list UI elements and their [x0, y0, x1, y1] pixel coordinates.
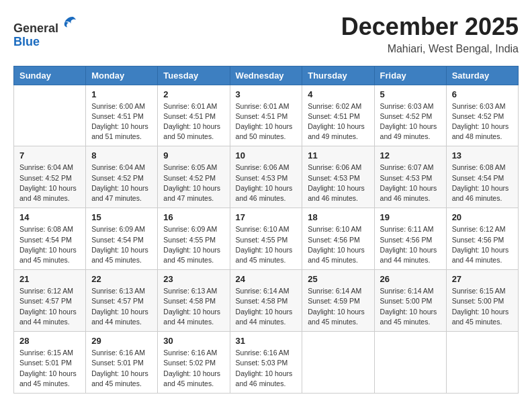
calendar-cell: 27Sunrise: 6:15 AMSunset: 5:00 PMDayligh…: [446, 270, 518, 332]
day-number: 11: [308, 150, 368, 161]
day-number: 4: [308, 89, 368, 99]
calendar-week-4: 21Sunrise: 6:12 AMSunset: 4:57 PMDayligh…: [14, 270, 519, 332]
calendar-cell: 24Sunrise: 6:14 AMSunset: 4:58 PMDayligh…: [230, 270, 302, 332]
day-info: Sunrise: 6:06 AMSunset: 4:53 PMDaylight:…: [308, 163, 368, 203]
day-number: 25: [308, 274, 368, 284]
day-number: 26: [380, 274, 441, 284]
logo-bird-icon: [60, 13, 79, 32]
day-number: 22: [91, 274, 152, 284]
logo: General Blue: [13, 13, 79, 49]
calendar-cell: [446, 332, 518, 394]
day-info: Sunrise: 6:02 AMSunset: 4:51 PMDaylight:…: [308, 101, 368, 142]
day-number: 28: [19, 336, 80, 346]
calendar-cell: 16Sunrise: 6:09 AMSunset: 4:55 PMDayligh…: [158, 208, 230, 270]
day-number: 10: [236, 150, 297, 161]
day-info: Sunrise: 6:10 AMSunset: 4:55 PMDaylight:…: [236, 224, 297, 265]
calendar-cell: 25Sunrise: 6:14 AMSunset: 4:59 PMDayligh…: [302, 270, 374, 332]
month-title: December 2025: [341, 13, 519, 40]
day-info: Sunrise: 6:13 AMSunset: 4:57 PMDaylight:…: [91, 286, 152, 327]
day-info: Sunrise: 6:14 AMSunset: 4:58 PMDaylight:…: [236, 286, 297, 327]
day-number: 15: [91, 212, 152, 222]
day-info: Sunrise: 6:04 AMSunset: 4:52 PMDaylight:…: [19, 163, 80, 203]
day-info: Sunrise: 6:00 AMSunset: 4:51 PMDaylight:…: [91, 101, 152, 142]
calendar-cell: 23Sunrise: 6:13 AMSunset: 4:58 PMDayligh…: [158, 270, 230, 332]
calendar-cell: 18Sunrise: 6:10 AMSunset: 4:56 PMDayligh…: [302, 208, 374, 270]
day-info: Sunrise: 6:07 AMSunset: 4:53 PMDaylight:…: [380, 163, 441, 203]
calendar-cell: 15Sunrise: 6:09 AMSunset: 4:54 PMDayligh…: [86, 208, 158, 270]
header-friday: Friday: [374, 66, 446, 85]
calendar-cell: 13Sunrise: 6:08 AMSunset: 4:54 PMDayligh…: [446, 146, 518, 208]
calendar-cell: 2Sunrise: 6:01 AMSunset: 4:51 PMDaylight…: [158, 85, 230, 146]
day-number: 6: [452, 89, 513, 99]
calendar-cell: [14, 85, 86, 146]
day-number: 30: [163, 336, 224, 346]
header-monday: Monday: [86, 66, 158, 85]
calendar-cell: 10Sunrise: 6:06 AMSunset: 4:53 PMDayligh…: [230, 146, 302, 208]
day-info: Sunrise: 6:14 AMSunset: 4:59 PMDaylight:…: [308, 286, 368, 327]
calendar-cell: 19Sunrise: 6:11 AMSunset: 4:56 PMDayligh…: [374, 208, 446, 270]
day-number: 13: [452, 150, 513, 161]
day-number: 7: [19, 150, 80, 161]
calendar-cell: 3Sunrise: 6:01 AMSunset: 4:51 PMDaylight…: [230, 85, 302, 146]
day-number: 19: [380, 212, 441, 222]
day-number: 9: [163, 150, 224, 161]
calendar-week-2: 7Sunrise: 6:04 AMSunset: 4:52 PMDaylight…: [14, 146, 519, 208]
day-number: 20: [452, 212, 513, 222]
day-info: Sunrise: 6:10 AMSunset: 4:56 PMDaylight:…: [308, 224, 368, 265]
calendar-cell: 20Sunrise: 6:12 AMSunset: 4:56 PMDayligh…: [446, 208, 518, 270]
calendar-header-row: SundayMondayTuesdayWednesdayThursdayFrid…: [14, 66, 519, 85]
day-info: Sunrise: 6:09 AMSunset: 4:54 PMDaylight:…: [91, 224, 152, 265]
day-info: Sunrise: 6:14 AMSunset: 5:00 PMDaylight:…: [380, 286, 441, 327]
calendar-cell: 5Sunrise: 6:03 AMSunset: 4:52 PMDaylight…: [374, 85, 446, 146]
calendar-week-1: 1Sunrise: 6:00 AMSunset: 4:51 PMDaylight…: [14, 85, 519, 146]
day-info: Sunrise: 6:01 AMSunset: 4:51 PMDaylight:…: [236, 101, 297, 142]
day-info: Sunrise: 6:03 AMSunset: 4:52 PMDaylight:…: [452, 101, 513, 142]
day-number: 1: [91, 89, 152, 99]
calendar-cell: 6Sunrise: 6:03 AMSunset: 4:52 PMDaylight…: [446, 85, 518, 146]
day-info: Sunrise: 6:15 AMSunset: 5:01 PMDaylight:…: [19, 348, 80, 389]
calendar-week-3: 14Sunrise: 6:08 AMSunset: 4:54 PMDayligh…: [14, 208, 519, 270]
day-number: 3: [236, 89, 297, 99]
day-number: 21: [19, 274, 80, 284]
day-number: 23: [163, 274, 224, 284]
calendar-cell: 28Sunrise: 6:15 AMSunset: 5:01 PMDayligh…: [14, 332, 86, 394]
day-number: 8: [91, 150, 152, 161]
day-info: Sunrise: 6:03 AMSunset: 4:52 PMDaylight:…: [380, 101, 441, 142]
day-info: Sunrise: 6:06 AMSunset: 4:53 PMDaylight:…: [236, 163, 297, 203]
header-sunday: Sunday: [14, 66, 86, 85]
day-number: 2: [163, 89, 224, 99]
day-number: 31: [236, 336, 297, 346]
calendar-cell: 7Sunrise: 6:04 AMSunset: 4:52 PMDaylight…: [14, 146, 86, 208]
day-number: 24: [236, 274, 297, 284]
day-info: Sunrise: 6:05 AMSunset: 4:52 PMDaylight:…: [163, 163, 224, 203]
calendar-cell: 29Sunrise: 6:16 AMSunset: 5:01 PMDayligh…: [86, 332, 158, 394]
calendar-cell: [374, 332, 446, 394]
logo-general-text: General: [13, 21, 58, 35]
day-info: Sunrise: 6:12 AMSunset: 4:57 PMDaylight:…: [19, 286, 80, 327]
logo-blue-text: Blue: [13, 35, 40, 48]
title-block: December 2025 Mahiari, West Bengal, Indi…: [341, 13, 519, 55]
day-info: Sunrise: 6:16 AMSunset: 5:02 PMDaylight:…: [163, 348, 224, 389]
header-wednesday: Wednesday: [230, 66, 302, 85]
day-number: 17: [236, 212, 297, 222]
calendar-week-5: 28Sunrise: 6:15 AMSunset: 5:01 PMDayligh…: [14, 332, 519, 394]
header-saturday: Saturday: [446, 66, 518, 85]
location: Mahiari, West Bengal, India: [341, 43, 519, 55]
page-header: General Blue December 2025 Mahiari, West…: [13, 13, 519, 55]
day-info: Sunrise: 6:12 AMSunset: 4:56 PMDaylight:…: [452, 224, 513, 265]
calendar-cell: 21Sunrise: 6:12 AMSunset: 4:57 PMDayligh…: [14, 270, 86, 332]
calendar-cell: 14Sunrise: 6:08 AMSunset: 4:54 PMDayligh…: [14, 208, 86, 270]
calendar-cell: 1Sunrise: 6:00 AMSunset: 4:51 PMDaylight…: [86, 85, 158, 146]
calendar-cell: 8Sunrise: 6:04 AMSunset: 4:52 PMDaylight…: [86, 146, 158, 208]
day-number: 16: [163, 212, 224, 222]
day-number: 12: [380, 150, 441, 161]
calendar-cell: 9Sunrise: 6:05 AMSunset: 4:52 PMDaylight…: [158, 146, 230, 208]
day-number: 18: [308, 212, 368, 222]
day-info: Sunrise: 6:09 AMSunset: 4:55 PMDaylight:…: [163, 224, 224, 265]
header-thursday: Thursday: [302, 66, 374, 85]
day-number: 14: [19, 212, 80, 222]
day-number: 29: [91, 336, 152, 346]
day-info: Sunrise: 6:11 AMSunset: 4:56 PMDaylight:…: [380, 224, 441, 265]
day-number: 27: [452, 274, 513, 284]
calendar-cell: 26Sunrise: 6:14 AMSunset: 5:00 PMDayligh…: [374, 270, 446, 332]
